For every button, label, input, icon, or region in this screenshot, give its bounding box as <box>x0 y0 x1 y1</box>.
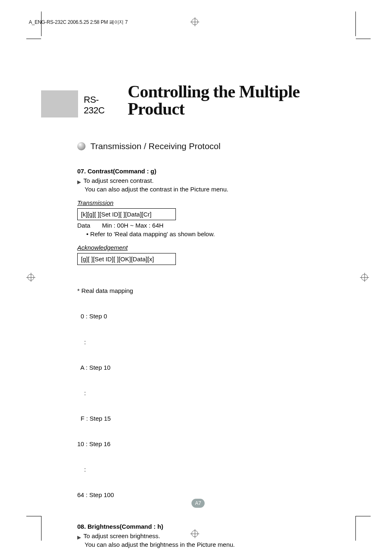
registration-target-icon <box>360 273 369 282</box>
protocol-section-header: Transmission / Receiving Protocol <box>77 141 355 151</box>
file-header-strip: A_ENG-RS-232C 2006.5.25 2:58 PM 페이지 7 <box>29 19 128 26</box>
page-content: RS-232C Controlling the Multiple Product… <box>41 39 355 516</box>
crop-mark <box>26 39 41 39</box>
crop-mark <box>356 516 371 516</box>
mapping-line: 0 : Step 0 <box>77 312 355 321</box>
mapping-line: : <box>77 389 355 398</box>
title-accent-bar <box>41 90 78 117</box>
command-08-desc-1-text: To adjust screen brightness. <box>83 532 160 540</box>
command-07-desc-1-text: To adjust screen contrast. <box>83 176 154 185</box>
transmission-label: Transmission <box>77 198 355 207</box>
command-08-desc-1: ▶ To adjust screen brightness. <box>77 532 355 540</box>
crop-mark <box>356 39 371 39</box>
page-title: Controlling the Multiple Product <box>128 83 355 117</box>
crop-mark <box>26 516 41 516</box>
data-range: Min : 00H ~ Max : 64H <box>102 222 164 229</box>
command-07-desc-2: You can also adjust the contrast in the … <box>77 185 355 193</box>
ack-label: Acknowledgement <box>77 243 355 252</box>
command-07-desc-1: ▶ To adjust screen contrast. <box>77 176 355 185</box>
page-title-row: RS-232C Controlling the Multiple Product <box>41 83 355 117</box>
transmission-command-box: [k][g][ ][Set ID][ ][Data][Cr] <box>77 208 176 220</box>
command-07-heading: 07. Contrast(Command : g) <box>77 167 355 175</box>
crop-mark <box>355 516 356 541</box>
section-header-text: Transmission / Receiving Protocol <box>90 141 221 151</box>
mapping-line: : <box>77 338 355 347</box>
registration-target-icon <box>190 17 199 26</box>
registration-target-icon <box>26 273 35 282</box>
command-08-heading: 08. Brightness(Command : h) <box>77 522 355 531</box>
mapping-line: 10 : Step 16 <box>77 440 355 449</box>
data-range-line: Data Min : 00H ~ Max : 64H <box>77 221 355 230</box>
crop-mark <box>41 516 42 541</box>
command-08-desc-2: You can also adjust the brightness in th… <box>77 540 355 549</box>
page-number-badge: A7 <box>191 499 205 508</box>
triangle-bullet-icon: ▶ <box>77 534 81 541</box>
mapping-line: : <box>77 465 355 474</box>
sphere-bullet-icon <box>77 142 85 150</box>
triangle-bullet-icon: ▶ <box>77 179 81 186</box>
crop-mark <box>355 12 356 36</box>
real-data-mapping-07: * Real data mapping 0 : Step 0 : A : Ste… <box>77 270 355 516</box>
title-pretitle: RS-232C <box>84 94 119 117</box>
mapping-line: A : Step 10 <box>77 364 355 372</box>
mapping-title: * Real data mapping <box>77 287 355 295</box>
data-note: • Refer to 'Real data mapping' as shown … <box>77 230 355 238</box>
data-label: Data <box>77 221 100 230</box>
ack-command-box: [g][ ][Set ID][ ][OK][Data][x] <box>77 253 176 265</box>
mapping-line: 64 : Step 100 <box>77 491 355 500</box>
mapping-line: F : Step 15 <box>77 415 355 423</box>
